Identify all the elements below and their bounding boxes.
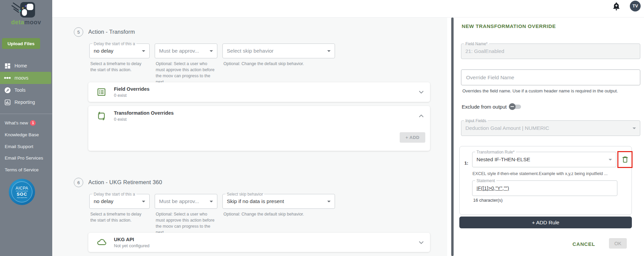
field-label: Select skip behavior: [225, 192, 264, 197]
cancel-button[interactable]: CANCEL: [573, 241, 595, 247]
notification-bell-plus-icon[interactable]: [612, 2, 621, 11]
field-label: Delay the start of this a: [92, 41, 136, 46]
field-value: no delay: [94, 198, 114, 204]
transformation-rule-select[interactable]: Transformation Rule* Nested IF-THEN-ELSE: [472, 152, 616, 167]
crop-icon: [96, 111, 106, 121]
panel-subtitle: 0 exist: [114, 93, 150, 98]
field-value: Select skip behavior: [227, 48, 274, 54]
exclude-from-output-label: Exclude from output: [462, 104, 507, 110]
aicpa-soc-seal: AICPA SOC aicpa.org/soc4so: [9, 179, 35, 205]
field-label: Statement: [475, 178, 496, 183]
skip-behavior-select[interactable]: Select skip behavior Skip if no data is …: [222, 194, 335, 209]
rule-index: 1:: [464, 161, 468, 166]
exclude-from-output-toggle[interactable]: [510, 105, 521, 109]
field-label: Input Fields: [464, 118, 488, 123]
link-label: What's new: [5, 120, 28, 125]
topbar: TV: [52, 0, 644, 18]
chevron-down-icon: [210, 201, 213, 202]
add-rule-button[interactable]: + ADD Rule: [459, 217, 632, 228]
field-value: Nested IF-THEN-ELSE: [477, 157, 530, 163]
character-count: 16 character(s): [473, 198, 502, 203]
sidebar-item-tools[interactable]: Tools: [0, 84, 51, 96]
statement-input[interactable]: Statement IF([1]>0,"Y",""): [472, 180, 617, 196]
approver-select[interactable]: Must be approv...: [155, 194, 217, 209]
seal-text: SOC: [17, 192, 27, 197]
helper-text: Select a timeframe to delay the start of…: [90, 61, 144, 73]
moovs-dots-icon: [4, 75, 11, 81]
link-label: Terms of Service: [5, 167, 39, 172]
chevron-down-icon[interactable]: [419, 89, 424, 95]
step-title: Action - Transform: [88, 29, 135, 35]
sidebar-item-reporting[interactable]: Reporting: [0, 96, 51, 108]
seal-text: AICPA: [16, 186, 28, 191]
user-avatar[interactable]: TV: [630, 1, 641, 11]
field-value: Must be approv...: [159, 48, 199, 54]
link-label: Email Pro Services: [5, 155, 43, 161]
chevron-down-icon[interactable]: [419, 239, 424, 246]
helper-text: Optional: Select a user who must approve…: [156, 211, 216, 235]
field-value: Skip if no data is present: [227, 198, 284, 204]
sidebar-link-terms-of-service[interactable]: Terms of Service: [5, 166, 39, 174]
sidebar-link-email-pro-services[interactable]: Email Pro Services: [5, 154, 43, 162]
add-override-button[interactable]: + ADD: [400, 132, 425, 143]
home-grid-icon: [4, 62, 11, 69]
helper-text: Select a timeframe to delay the start of…: [90, 211, 144, 223]
panel-subtitle: 0 exist: [114, 117, 174, 122]
step-number-circle: 5: [74, 27, 83, 37]
sidebar-divider: [0, 114, 52, 114]
drawer-scrollbar[interactable]: [451, 18, 454, 256]
field-value: 21: GoalEnabled: [465, 48, 504, 54]
chevron-down-icon: [327, 50, 331, 52]
chevron-down-icon: [142, 50, 145, 52]
delay-select[interactable]: Delay the start of this a no delay: [89, 44, 150, 58]
field-label: Transformation Rule*: [475, 150, 516, 154]
cloud-icon: [96, 237, 106, 248]
workflow-editor: 5 Action - Transform Delay the start of …: [52, 18, 447, 256]
ukg-api-panel[interactable]: UKG API Not yet configured: [88, 233, 430, 252]
field-value: no delay: [94, 48, 114, 54]
override-field-name-input[interactable]: [461, 69, 640, 85]
step-number-circle: 6: [74, 178, 83, 187]
sidebar-link-email-support[interactable]: Email Support: [5, 142, 33, 150]
helper-text: Optional: Select a user who must approve…: [156, 61, 216, 85]
panel-title: Transformation Overrides: [114, 110, 174, 116]
list-icon: [96, 87, 106, 97]
logo-wordmark: detamoov: [0, 19, 52, 26]
input-fields-select: Input Fields Deduction Goal Amount | NUM…: [461, 120, 640, 136]
ok-button[interactable]: OK: [609, 238, 627, 249]
tools-wrench-icon: [4, 87, 11, 93]
transformation-overrides-panel[interactable]: Transformation Overrides 0 exist + ADD: [88, 106, 430, 151]
chevron-down-icon: [633, 127, 636, 129]
sidebar-item-label: Home: [14, 63, 27, 68]
delete-rule-highlight-box: [617, 151, 633, 168]
link-label: Email Support: [5, 144, 33, 149]
chevron-up-icon[interactable]: [419, 113, 424, 119]
field-label: Delay the start of this a: [92, 192, 136, 197]
sidebar-item-label: Tools: [14, 87, 26, 93]
helper-text: Optional: Change the default skip behavi…: [223, 61, 365, 67]
sidebar-item-label: moovs: [14, 75, 28, 81]
field-label: Field Name*: [464, 41, 489, 46]
trash-icon[interactable]: [621, 155, 629, 164]
chevron-down-icon: [210, 50, 213, 52]
whats-new-badge: 1: [30, 120, 36, 126]
sidebar-item-label: Reporting: [14, 99, 35, 105]
sidebar: detamoov Upload Files Home moovs Tools R…: [0, 0, 52, 256]
sidebar-item-home[interactable]: Home: [0, 60, 51, 72]
bar-chart-icon: [4, 99, 11, 106]
field-value: Deduction Goal Amount | NUMERIC: [465, 125, 549, 131]
toggle-thumb-minus-icon: [509, 103, 516, 110]
delay-select[interactable]: Delay the start of this a no delay: [89, 194, 150, 209]
upload-files-button[interactable]: Upload Files: [2, 38, 40, 49]
skip-behavior-select[interactable]: Select skip behavior: [222, 44, 335, 58]
sidebar-item-moovs[interactable]: moovs: [0, 72, 51, 84]
panel-subtitle: Not yet configured: [114, 243, 150, 248]
rule-helper-text: EXCEL style if-then-else statement.Examp…: [472, 171, 608, 176]
approver-select[interactable]: Must be approv...: [155, 44, 217, 58]
step-title: Action - UKG Retirement 360: [88, 179, 162, 186]
field-overrides-panel[interactable]: Field Overrides 0 exist: [88, 82, 430, 102]
chevron-down-icon: [142, 201, 145, 202]
sidebar-link-whats-new[interactable]: What's new 1: [5, 119, 36, 127]
statement-value: IF([1]>0,"Y",""): [477, 186, 509, 191]
sidebar-link-knowledge-base[interactable]: Knowledge Base: [5, 131, 39, 139]
